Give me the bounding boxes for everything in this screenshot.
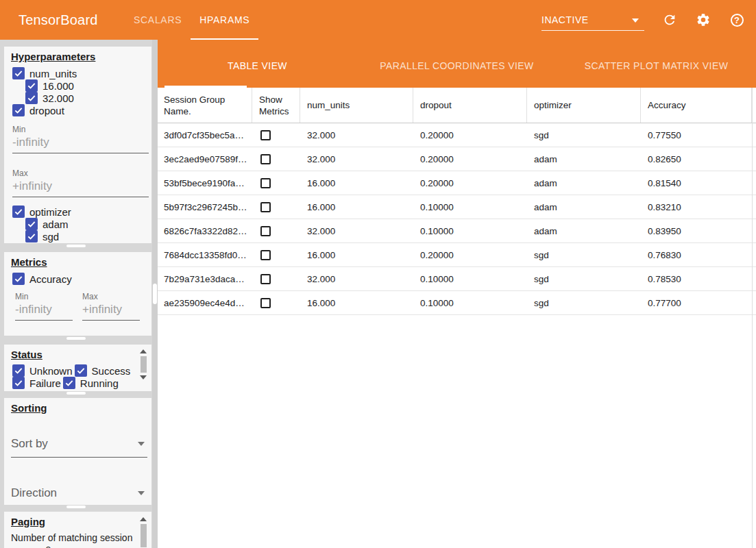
show-metrics-cell: [252, 202, 300, 212]
show-metrics-checkbox[interactable]: [260, 226, 271, 236]
value-16-checkbox[interactable]: [25, 79, 38, 92]
table-row: 7684dcc13358fd0… 16.000 0.20000 sgd 0.76…: [158, 243, 756, 267]
session-group-name-cell: 3ec2aed9e07589f…: [158, 154, 252, 164]
dropout-filter: dropout: [12, 104, 151, 116]
accuracy-cell: 0.81540: [641, 178, 752, 188]
dropout-min-input[interactable]: -infinity: [12, 134, 149, 153]
status-failure-checkbox[interactable]: [12, 377, 25, 389]
accuracy-max-input[interactable]: +infinity: [82, 301, 140, 321]
col-dropout[interactable]: dropout: [413, 88, 527, 123]
num-units-cell: 16.000: [300, 178, 413, 188]
scrollbar-thumb[interactable]: [141, 524, 147, 547]
status-unknown: Unknown: [12, 364, 73, 377]
show-metrics-cell: [252, 226, 300, 236]
chevron-down-icon: [138, 442, 145, 446]
num-units-checkbox[interactable]: [12, 67, 25, 79]
dropout-cell: 0.10000: [413, 202, 527, 212]
status-unknown-checkbox[interactable]: [12, 364, 25, 377]
refresh-icon[interactable]: [661, 12, 678, 28]
table-row: 3ec2aed9e07589f… 32.000 0.20000 adam 0.8…: [158, 147, 756, 171]
gear-icon[interactable]: [695, 12, 711, 28]
min-label: Min: [12, 125, 151, 134]
accuracy-min-input[interactable]: -infinity: [15, 301, 73, 321]
show-metrics-checkbox[interactable]: [260, 298, 271, 308]
session-group-name-cell: 7684dcc13358fd0…: [158, 250, 252, 260]
sidebar-scrollbar[interactable]: [152, 40, 158, 548]
status-running-checkbox[interactable]: [63, 377, 75, 389]
direction-select[interactable]: Direction: [11, 486, 147, 505]
optimizer-cell: adam: [527, 154, 641, 164]
accuracy-min-field: Min -infinity: [15, 292, 73, 321]
num-units-cell: 32.000: [300, 226, 413, 236]
dropout-checkbox[interactable]: [12, 104, 25, 116]
adam-checkbox[interactable]: [25, 218, 38, 230]
session-group-name-cell: 5b97f3c2967245b…: [158, 202, 252, 212]
table-row: 53bf5bece9190fa… 16.000 0.20000 adam 0.8…: [158, 171, 756, 195]
paging-scrollbar[interactable]: [140, 517, 147, 548]
metrics-panel: Metrics Accuracy Min -infinity Max +infi…: [4, 252, 151, 336]
hyperparameters-panel: Hyperparameters num_units 16.000 32.000 …: [4, 47, 151, 243]
status-success-label: Success: [92, 365, 131, 377]
scroll-up-icon[interactable]: [140, 349, 147, 353]
optimizer-value-sgd: sgd: [25, 230, 151, 242]
dropout-max-input[interactable]: +infinity: [12, 178, 149, 197]
optimizer-cell: adam: [527, 226, 641, 236]
scroll-up-icon[interactable]: [140, 517, 147, 521]
table-row: 5b97f3c2967245b… 16.000 0.10000 adam 0.8…: [158, 195, 756, 219]
col-accuracy[interactable]: Accuracy: [641, 88, 752, 123]
accuracy-cell: 0.76830: [641, 250, 752, 260]
sort-by-select[interactable]: Sort by: [11, 437, 147, 458]
scrollbar-thumb[interactable]: [141, 356, 147, 373]
status-heading: Status: [11, 349, 151, 360]
dropout-cell: 0.20000: [413, 250, 527, 260]
col-optimizer[interactable]: optimizer: [527, 88, 641, 123]
panel-resize-handle[interactable]: [66, 337, 86, 340]
accuracy-cell: 0.82650: [641, 154, 752, 164]
status-options: Unknown Success Failure Running: [12, 364, 134, 389]
dropout-cell: 0.20000: [413, 154, 527, 164]
num-units-label: num_units: [29, 68, 77, 79]
scroll-down-icon[interactable]: [140, 375, 147, 379]
col-num-units[interactable]: num_units: [300, 88, 413, 123]
status-success-checkbox[interactable]: [75, 364, 87, 377]
tab-scatter-plot-matrix-view[interactable]: SCATTER PLOT MATRIX VIEW: [557, 40, 756, 88]
status-scrollbar[interactable]: [140, 349, 147, 387]
optimizer-checkbox[interactable]: [12, 206, 25, 218]
panel-resize-handle[interactable]: [66, 392, 86, 395]
filters-sidebar: Hyperparameters num_units 16.000 32.000 …: [0, 40, 152, 548]
show-metrics-checkbox[interactable]: [260, 130, 271, 140]
col-show-metrics[interactable]: Show Metrics: [252, 88, 300, 123]
tab-hparams[interactable]: HPARAMS: [191, 0, 258, 40]
num-units-filter: num_units: [12, 67, 151, 79]
show-metrics-checkbox[interactable]: [260, 250, 271, 260]
help-icon[interactable]: [729, 12, 745, 28]
dropout-min-field: Min -infinity: [12, 125, 151, 153]
show-metrics-checkbox[interactable]: [260, 178, 271, 188]
table-row: ae235909ec4e4d… 16.000 0.10000 sgd 0.777…: [158, 291, 756, 315]
table-row: 3df0d7cf35bec5a… 32.000 0.20000 sgd 0.77…: [158, 123, 756, 147]
table-header: Session Group Name. Show Metrics num_uni…: [158, 88, 756, 123]
status-dropdown[interactable]: INACTIVE: [541, 0, 644, 40]
tab-parallel-coordinates-view[interactable]: PARALLEL COORDINATES VIEW: [357, 40, 557, 88]
value-32-checkbox[interactable]: [25, 92, 38, 104]
status-unknown-label: Unknown: [29, 365, 73, 377]
panel-resize-handle[interactable]: [66, 245, 86, 247]
paging-heading: Paging: [11, 516, 151, 527]
accuracy-cell: 0.78530: [641, 274, 752, 284]
sgd-checkbox[interactable]: [25, 230, 38, 242]
session-group-name-cell: 3df0d7cf35bec5a…: [158, 130, 252, 140]
scrollbar-thumb[interactable]: [153, 284, 157, 304]
table-right-border: [752, 88, 753, 548]
min-label: Min: [15, 292, 73, 301]
col-session-group-name[interactable]: Session Group Name.: [158, 88, 252, 123]
show-metrics-checkbox[interactable]: [260, 154, 271, 164]
tab-table-view[interactable]: TABLE VIEW: [158, 40, 357, 88]
tab-scalars[interactable]: SCALARS: [125, 0, 191, 40]
show-metrics-checkbox[interactable]: [260, 274, 271, 284]
accuracy-checkbox[interactable]: [12, 273, 25, 285]
view-tabs: TABLE VIEW PARALLEL COORDINATES VIEW SCA…: [158, 40, 756, 88]
num-units-value-16: 16.000: [25, 79, 151, 92]
show-metrics-checkbox[interactable]: [260, 202, 271, 212]
app-header: TensorBoard SCALARS HPARAMS INACTIVE: [0, 0, 756, 40]
panel-resize-handle[interactable]: [66, 506, 86, 508]
